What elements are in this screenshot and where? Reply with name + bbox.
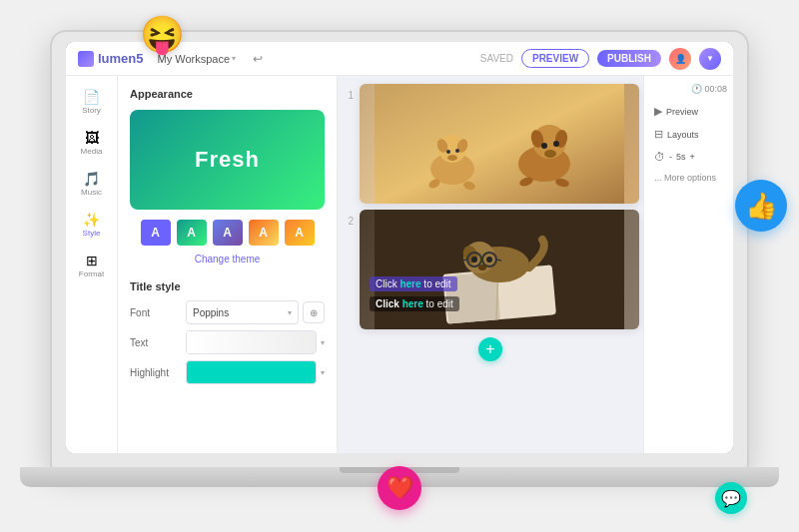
dogs-svg: [360, 84, 639, 204]
sidebar-label-story: Story: [82, 106, 101, 115]
logo-text: lumen5: [98, 51, 144, 66]
add-slide-button[interactable]: +: [478, 337, 502, 361]
preview-right-button[interactable]: ▶ Preview: [650, 102, 727, 121]
svg-line-30: [496, 260, 501, 261]
text-row: Text ▾: [130, 330, 325, 354]
font-chevron-icon: ▾: [288, 308, 292, 317]
publish-button[interactable]: PUBLISH: [597, 50, 661, 67]
duration-icon: ⏱: [654, 151, 665, 163]
sidebar-label-music: Music: [81, 188, 102, 197]
slide-2-image: Click here to edit Click here to edit: [360, 210, 639, 329]
sidebar-item-format[interactable]: ⊞ Format: [70, 248, 114, 284]
laptop-shell: lumen5 My Workspace ▾ ↩ SAVED PREVIEW PU…: [50, 30, 749, 469]
title-style-label: Title style: [130, 280, 325, 292]
sidebar-label-style: Style: [83, 229, 101, 238]
svg-point-31: [471, 257, 477, 263]
sidebar-item-story[interactable]: 📄 Story: [70, 84, 114, 121]
theme-swatches: A A A A A: [130, 220, 325, 246]
theme-preview-text: Fresh: [195, 147, 260, 173]
user-avatar[interactable]: ▼: [699, 48, 721, 70]
slide-2-card[interactable]: Click here to edit Click here to edit: [360, 210, 639, 329]
screen: lumen5 My Workspace ▾ ↩ SAVED PREVIEW PU…: [66, 42, 733, 453]
slide-2-row: 2: [342, 210, 639, 329]
svg-point-7: [447, 155, 457, 161]
format-icon: ⊞: [86, 254, 98, 267]
thumbs-up-bubble: 👍: [735, 180, 787, 232]
slide-2-number: 2: [342, 210, 354, 227]
svg-point-12: [541, 143, 547, 149]
font-label: Font: [130, 307, 182, 318]
scene: lumen5 My Workspace ▾ ↩ SAVED PREVIEW PU…: [0, 0, 799, 532]
preview-button[interactable]: PREVIEW: [521, 49, 589, 68]
chat-button[interactable]: 💬: [715, 482, 747, 514]
highlight-chevron-icon: ▾: [321, 368, 325, 377]
svg-point-5: [446, 150, 450, 154]
swatch-4[interactable]: A: [249, 220, 279, 246]
slide-1-image: [360, 84, 639, 204]
right-panel: 🕐 00:08 ▶ Preview ⊟ Layouts ⏱: [643, 76, 733, 453]
undo-icon[interactable]: ↩: [250, 51, 266, 67]
sidebar-label-media: Media: [81, 147, 103, 156]
svg-point-14: [544, 150, 556, 158]
layouts-button[interactable]: ⊟ Layouts: [650, 125, 727, 144]
click-here-text-1[interactable]: Click here to edit: [370, 276, 457, 291]
timer-value: 00:08: [704, 84, 727, 94]
svg-point-32: [486, 257, 492, 263]
slide-2-text-overlay: Click here to edit Click here to edit: [370, 273, 639, 311]
canvas-area: 1: [338, 76, 643, 453]
highlight-color-picker[interactable]: [186, 360, 317, 384]
highlight-row: Highlight ▾: [130, 360, 325, 384]
svg-line-29: [462, 260, 467, 261]
duration-plus: +: [690, 152, 695, 162]
timer-display: 🕐 00:08: [650, 84, 727, 94]
topbar-right: SAVED PREVIEW PUBLISH 👤 ▼: [480, 48, 721, 70]
slide-1-row: 1: [342, 84, 639, 204]
click-here-text-2[interactable]: Click here to edit: [370, 296, 459, 311]
sidebar: 📄 Story 🖼 Media 🎵 Music ✨: [66, 76, 118, 453]
preview-right-label: Preview: [666, 107, 698, 117]
font-row: Font Poppins ▾ ⊕: [130, 300, 325, 324]
font-value: Poppins: [193, 307, 229, 318]
layouts-label: Layouts: [667, 130, 699, 140]
panel-title: Appearance: [130, 88, 325, 100]
laugh-emoji: 😝: [140, 14, 185, 56]
slide-1-number: 1: [342, 84, 354, 101]
sidebar-item-media[interactable]: 🖼 Media: [70, 125, 114, 162]
duration-dash: -: [669, 152, 672, 162]
sidebar-label-format: Format: [79, 269, 104, 278]
avatar: 👤: [669, 48, 691, 70]
style-icon: ✨: [83, 213, 100, 227]
music-icon: 🎵: [83, 172, 100, 186]
highlight-label: Highlight: [130, 367, 182, 378]
change-theme-button[interactable]: Change theme: [130, 252, 325, 266]
svg-point-6: [455, 149, 459, 153]
layouts-icon: ⊟: [654, 128, 663, 141]
screen-bezel: lumen5 My Workspace ▾ ↩ SAVED PREVIEW PU…: [66, 42, 733, 453]
text-color-picker[interactable]: [186, 330, 317, 354]
swatch-1[interactable]: A: [141, 220, 171, 246]
swatch-2[interactable]: A: [177, 220, 207, 246]
duration-value: 5s: [676, 152, 686, 162]
font-edit-icon[interactable]: ⊕: [303, 301, 325, 323]
sidebar-item-style[interactable]: ✨ Style: [70, 207, 114, 244]
duration-button[interactable]: ⏱ - 5s +: [650, 148, 727, 166]
media-icon: 🖼: [85, 131, 99, 145]
text-label: Text: [130, 337, 182, 348]
heart-bubble: ❤️: [378, 466, 421, 510]
swatch-5[interactable]: A: [285, 220, 315, 246]
dog-book-svg: [360, 210, 639, 329]
more-options-button[interactable]: ... More options: [650, 170, 727, 186]
font-select[interactable]: Poppins ▾: [186, 300, 299, 324]
main-area: 📄 Story 🖼 Media 🎵 Music ✨: [66, 76, 733, 453]
saved-status: SAVED: [480, 53, 513, 64]
svg-rect-0: [375, 84, 624, 204]
play-icon: ▶: [654, 105, 662, 118]
story-icon: 📄: [83, 90, 100, 104]
svg-point-33: [478, 265, 486, 270]
slide-1-card[interactable]: [360, 84, 639, 204]
text-chevron-icon: ▾: [321, 338, 325, 347]
sidebar-item-music[interactable]: 🎵 Music: [70, 166, 114, 203]
here-highlight-1: here: [400, 278, 420, 289]
theme-preview: Fresh: [130, 110, 325, 210]
swatch-3[interactable]: A: [213, 220, 243, 246]
